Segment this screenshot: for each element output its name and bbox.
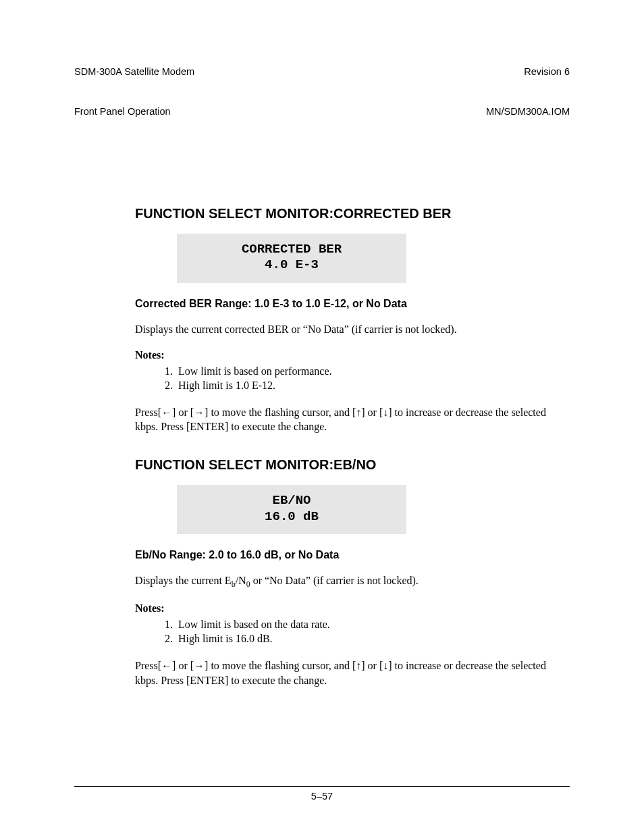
instructions-ebno: Press[←] or [→] to move the flashing cur… — [135, 658, 570, 687]
notes-list: Low limit is based on performance. High … — [135, 364, 570, 393]
page-header: SDM-300A Satellite Modem Front Panel Ope… — [74, 39, 570, 145]
lcd-display-ebno: EB/NO 16.0 dB — [177, 485, 406, 535]
note-item: Low limit is based on the data rate. — [176, 617, 570, 632]
lcd-line: 4.0 E-3 — [177, 257, 406, 273]
page-number: 5–57 — [311, 791, 333, 802]
header-right-line1: Revision 6 — [486, 66, 570, 79]
description-ebno: Displays the current Eb/N0 or “No Data” … — [135, 573, 570, 590]
desc-text: or “No Data” (if carrier is not locked). — [250, 575, 419, 586]
note-item: Low limit is based on performance. — [176, 364, 570, 379]
instructions-corrected-ber: Press[←] or [→] to move the flashing cur… — [135, 405, 570, 434]
note-item: High limit is 1.0 E-12. — [176, 378, 570, 393]
notes-label: Notes: — [135, 349, 570, 361]
range-label-ebno: Eb/No Range: 2.0 to 16.0 dB, or No Data — [135, 549, 570, 561]
header-left: SDM-300A Satellite Modem Front Panel Ope… — [74, 39, 194, 145]
page: SDM-300A Satellite Modem Front Panel Ope… — [0, 0, 644, 834]
page-footer: 5–57 — [74, 786, 570, 802]
lcd-line: 16.0 dB — [177, 509, 406, 525]
notes-list: Low limit is based on the data rate. Hig… — [135, 617, 570, 646]
range-label-corrected-ber: Corrected BER Range: 1.0 E-3 to 1.0 E-12… — [135, 298, 570, 310]
section-title-corrected-ber: FUNCTION SELECT MONITOR:CORRECTED BER — [135, 206, 570, 221]
header-right-line2: MN/SDM300A.IOM — [486, 105, 570, 119]
lcd-line: EB/NO — [177, 493, 406, 509]
section-ebno: FUNCTION SELECT MONITOR:EB/NO EB/NO 16.0… — [135, 457, 570, 687]
header-left-line1: SDM-300A Satellite Modem — [74, 66, 194, 79]
content-area: FUNCTION SELECT MONITOR:CORRECTED BER CO… — [74, 145, 570, 688]
description-corrected-ber: Displays the current corrected BER or “N… — [135, 322, 570, 337]
notes-label: Notes: — [135, 602, 570, 615]
lcd-display-corrected-ber: CORRECTED BER 4.0 E-3 — [177, 234, 406, 284]
desc-text: /N — [236, 575, 246, 586]
section-title-ebno: FUNCTION SELECT MONITOR:EB/NO — [135, 457, 570, 473]
header-right: Revision 6 MN/SDM300A.IOM — [486, 39, 570, 145]
lcd-line: CORRECTED BER — [177, 242, 406, 258]
header-left-line2: Front Panel Operation — [74, 105, 194, 119]
desc-text: Displays the current E — [135, 575, 232, 586]
note-item: High limit is 16.0 dB. — [176, 631, 570, 646]
